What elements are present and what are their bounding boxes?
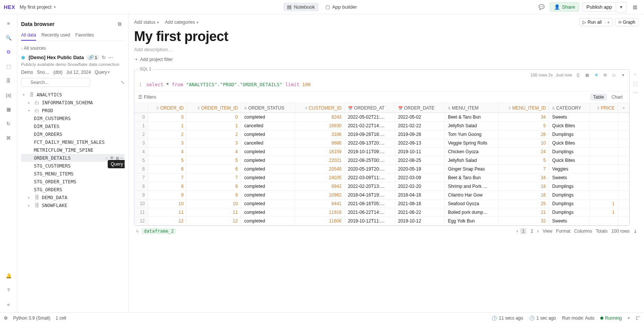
conn-query-button[interactable]: Query ▾	[95, 70, 110, 75]
run-mode[interactable]: Run mode: Auto	[562, 315, 594, 321]
play-icon[interactable]: ▷	[611, 72, 617, 78]
rail-cube-icon[interactable]: ⬚	[5, 62, 12, 70]
rail-data-icon[interactable]: ⧉	[5, 48, 12, 56]
rail-outline-icon[interactable]: ≡	[5, 20, 12, 27]
tree-db-analytics[interactable]: ▾ 🗄 ANALYTICS	[21, 91, 125, 99]
view-table[interactable]: Table	[590, 94, 607, 101]
table-row[interactable]: 777completed240352022-03-09T11:…2022-03-…	[134, 174, 629, 182]
rail-keyboard-icon[interactable]: ⌘	[5, 134, 12, 142]
add-status-button[interactable]: Add status ▾	[134, 20, 159, 25]
col-order_date[interactable]: 📅ORDER_DATE	[395, 103, 445, 113]
table-row[interactable]: 111cancelled169302021-02-22T14:…2021-02-…	[134, 122, 629, 130]
expand-icon[interactable]: ⬚	[632, 80, 639, 87]
rail-archive-icon[interactable]: 🗄	[5, 77, 12, 84]
add-column[interactable]: ＋	[618, 103, 629, 113]
col-category[interactable]: ACATEGORY	[549, 103, 590, 113]
tree-schema-info[interactable]: ▸ 🗀 INFORMATION_SCHEMA	[21, 99, 125, 107]
publish-chevron[interactable]: ▾	[616, 2, 627, 12]
rail-var-icon[interactable]: [a]	[5, 91, 12, 99]
filters-button[interactable]: ☰ Filters	[138, 94, 156, 100]
tree-table-stg_orders[interactable]: STG_ORDERS	[21, 186, 125, 193]
more-icon[interactable]: ⋯	[108, 55, 113, 60]
fold-icon[interactable]: ▫	[632, 71, 639, 78]
view-chart[interactable]: Chart	[609, 94, 626, 101]
tree-table-dim_dates[interactable]: DIM_DATES	[21, 122, 125, 130]
col-menu_item_id[interactable]: #MENU_ITEM_ID	[498, 103, 549, 113]
rail-search-icon[interactable]: 🔍	[5, 34, 12, 41]
col-order_id[interactable]: #ORDER_ID	[148, 103, 187, 113]
tab-favorites[interactable]: Favorites	[75, 32, 94, 41]
connection-header[interactable]: ❄ [Demo] Hex Public Data 🔗 1 ↻ ⋯	[21, 55, 125, 60]
table-row[interactable]: 555completed220212022-08-25T00:…2022-08-…	[134, 156, 629, 165]
publish-button[interactable]: Publish app	[582, 2, 616, 12]
table-row[interactable]: 333cancelled66862022-09-13T20:…2022-09-1…	[134, 139, 629, 148]
tree-table-metricflow_time_spine[interactable]: METRICFLOW_TIME_SPINE	[21, 146, 125, 154]
table-row[interactable]: 999completed109822018-04-16T19:…2018-04-…	[134, 191, 629, 200]
graph-button[interactable]: ፨ Graph	[615, 18, 639, 26]
logo[interactable]: HEX	[4, 4, 15, 10]
table-row[interactable]: 111111completed119162021-06-22T14:…2021-…	[134, 208, 629, 217]
col-menu_item[interactable]: AMENU_ITEM	[445, 103, 498, 113]
footer-totals[interactable]: Totals	[596, 229, 607, 234]
project-dropdown[interactable]: My first project ▾	[20, 4, 56, 10]
layout-icon[interactable]: ▥	[630, 2, 640, 12]
page-2[interactable]: 2	[529, 228, 535, 234]
dataframe-name[interactable]: dataframe_2	[142, 228, 176, 234]
download-icon[interactable]: ⤓	[633, 229, 637, 234]
col-order_item_id[interactable]: #ORDER_ITEM_ID	[187, 103, 241, 113]
snowflake-icon[interactable]: ❄	[593, 72, 599, 78]
tree-table-dim_customers[interactable]: DIM_CUSTOMERS	[21, 114, 125, 122]
chevron-down-icon[interactable]: ▾	[620, 72, 626, 78]
table-row[interactable]: 222completed31062019-09-26T16:…2019-09-2…	[134, 130, 629, 139]
star-icon[interactable]: ☆	[105, 155, 108, 161]
col-ordered_at[interactable]: 📅ORDERED_AT	[345, 103, 395, 113]
page-prev[interactable]: ‹	[516, 229, 518, 234]
add-categories-button[interactable]: Add categories ▾	[165, 20, 198, 25]
sql-editor[interactable]: 1 select * from "ANALYTICS"."PROD"."ORDE…	[134, 80, 629, 91]
search-input[interactable]	[21, 78, 90, 87]
footer-format[interactable]: Format	[556, 229, 571, 234]
rail-help-icon[interactable]: ?	[5, 286, 12, 294]
tree-schema-snowflake[interactable]: ▸ 🗄 SNOWFLAKE	[21, 201, 125, 209]
comment-icon[interactable]: 💬	[536, 2, 547, 12]
collapse-tree-icon[interactable]: ⤡	[121, 79, 125, 85]
copy-icon[interactable]: ⧉	[602, 72, 608, 78]
table-row[interactable]: 888completed89422022-02-20T13:…2022-02-2…	[134, 182, 629, 191]
tab-notebook[interactable]: ▤ Notebook	[283, 3, 319, 11]
page-1[interactable]: 1	[520, 228, 526, 234]
tree-table-dim_orders[interactable]: DIM_ORDERS	[21, 130, 125, 138]
footer-view[interactable]: View	[543, 229, 552, 234]
table-row[interactable]: 666completed205492020-05-19T20:…2020-05-…	[134, 165, 629, 174]
status-align-icon[interactable]: ⫍	[636, 315, 640, 321]
tree-table-stg_order_items[interactable]: STG_ORDER_ITEMS	[21, 178, 125, 186]
page-next[interactable]: ›	[537, 229, 539, 234]
rail-history-icon[interactable]: ↻	[5, 120, 12, 127]
table-row[interactable]: 444completed161592019-10-11T09:…2019-10-…	[134, 148, 629, 156]
braces-icon[interactable]: {}	[575, 72, 581, 78]
share-button[interactable]: 👤 Share	[550, 2, 579, 12]
tree-table-fct_daily_menu_item_sales[interactable]: FCT_DAILY_MENU_ITEM_SALES	[21, 138, 125, 146]
kernel-label[interactable]: Python 3.9 (Small)	[13, 315, 50, 321]
refresh-icon[interactable]: ↻	[102, 55, 106, 60]
tree-schema-demo[interactable]: ▸ 🗄 DEMO_DATA	[21, 193, 125, 201]
tab-all-data[interactable]: All data	[21, 32, 36, 41]
table-row[interactable]: 101010completed84412021-08-16T05:…2021-0…	[134, 200, 629, 208]
table-row[interactable]: 000completed82432022-05-02T21:…2022-05-0…	[134, 113, 629, 122]
table-row[interactable]: 121212completed116062019-10-12T11:…2019-…	[134, 217, 629, 225]
rail-collapse-icon[interactable]: «	[5, 300, 12, 308]
more-icon[interactable]: ⋯	[632, 89, 639, 96]
popout-icon[interactable]: ⧉	[114, 19, 125, 29]
format-icon[interactable]: ▦	[584, 72, 590, 78]
col-customer_id[interactable]: #CUSTOMER_ID	[295, 103, 345, 113]
result-table[interactable]: #ORDER_ID#ORDER_ITEM_IDAORDER_STATUS#CUS…	[134, 103, 629, 225]
tree-table-stg_menu_items[interactable]: STG_MENU_ITEMS	[21, 170, 125, 178]
col-price[interactable]: #PRICE	[590, 103, 618, 113]
description-input[interactable]: Add description…	[134, 47, 639, 52]
rail-bell-icon[interactable]: 🔔	[5, 272, 12, 279]
tab-recently-used[interactable]: Recently used	[41, 32, 70, 41]
tree-schema-prod[interactable]: ▾ 🗀 PROD	[21, 107, 125, 114]
status-chevron-icon[interactable]: ▾	[628, 316, 630, 320]
col-order_status[interactable]: AORDER_STATUS	[241, 103, 295, 113]
add-project-filter[interactable]: ＋ Add project filter	[134, 56, 639, 62]
run-all-button[interactable]: ▷ Run all ▾	[579, 18, 612, 26]
